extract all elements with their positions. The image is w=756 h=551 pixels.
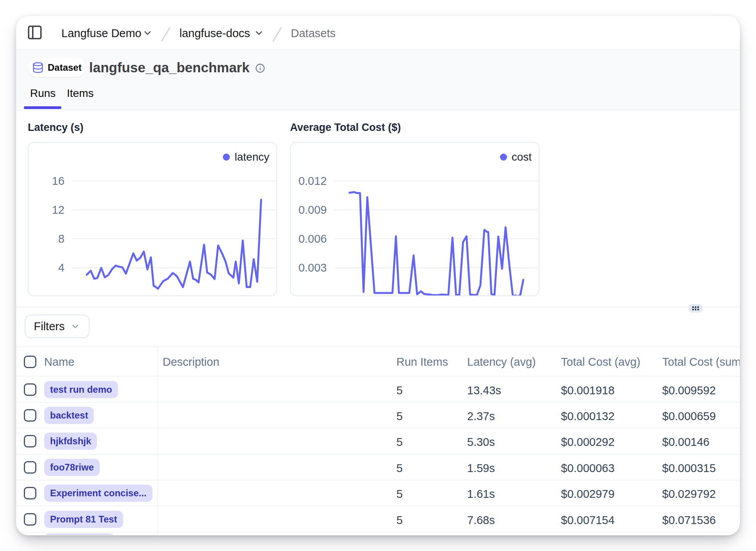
svg-text:4: 4 bbox=[58, 261, 64, 274]
svg-text:0.006: 0.006 bbox=[298, 233, 327, 245]
svg-text:8: 8 bbox=[58, 233, 64, 245]
svg-text:0.009: 0.009 bbox=[298, 204, 327, 216]
svg-text:16: 16 bbox=[52, 175, 64, 187]
svg-text:0.003: 0.003 bbox=[298, 261, 327, 274]
svg-text:0.012: 0.012 bbox=[298, 175, 327, 187]
svg-text:12: 12 bbox=[52, 204, 64, 216]
